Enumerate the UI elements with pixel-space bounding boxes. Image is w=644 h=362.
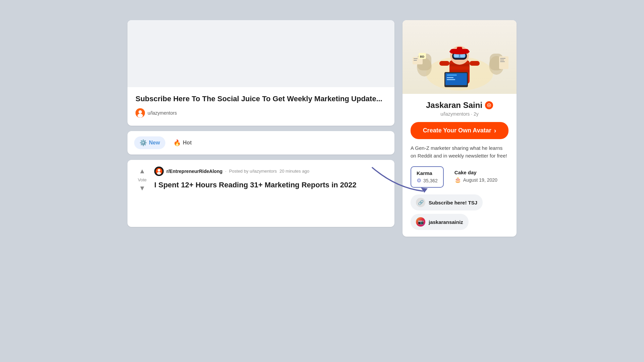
create-avatar-label: Create Your Own Avatar: [423, 127, 491, 134]
svg-point-2: [138, 114, 143, 118]
svg-rect-26: [447, 79, 455, 80]
cake-day-value: August 19, 2020: [463, 177, 497, 183]
profile-badge: [485, 101, 493, 109]
profile-banner: BD: [402, 20, 517, 94]
svg-rect-20: [439, 61, 449, 66]
svg-point-41: [488, 105, 490, 106]
svg-rect-11: [449, 70, 470, 72]
svg-rect-21: [470, 61, 480, 66]
profile-name: Jaskaran Saini: [426, 101, 482, 110]
upvote-button[interactable]: ▲: [138, 167, 147, 176]
avatar: [136, 108, 145, 118]
svg-rect-39: [500, 61, 505, 62]
featured-card: Subscribe Here To The Social Juice To Ge…: [127, 20, 394, 126]
link2-text: jaskaransainiz: [429, 219, 463, 225]
chevron-right-icon: ›: [494, 127, 496, 134]
post-time: 20 minutes ago: [279, 169, 309, 174]
featured-author: u/lazymentors: [136, 108, 386, 118]
hot-icon: 🔥: [173, 139, 181, 146]
svg-rect-38: [500, 60, 504, 60]
cake-day-label: Cake day: [454, 170, 497, 175]
author-name: u/lazymentors: [148, 110, 177, 116]
post-card: ▲ Vote ▼ r/EntrepreneurRideAlong: [127, 160, 394, 227]
svg-rect-19: [457, 47, 462, 51]
svg-point-5: [158, 169, 160, 172]
profile-card: BD Jaskaran Saini: [402, 20, 517, 237]
instagram-icon: 📷: [416, 217, 425, 227]
svg-point-6: [157, 172, 161, 175]
profile-name-row: Jaskaran Saini: [411, 101, 508, 110]
vote-section: ▲ Vote ▼: [136, 167, 149, 220]
posted-by: Posted by u/lazymentors: [229, 169, 277, 174]
cake-icon: 🎂: [454, 177, 461, 183]
post-subreddit[interactable]: r/EntrepreneurRideAlong: [166, 169, 222, 174]
svg-rect-16: [460, 54, 465, 57]
profile-username: u/lazymentors · 2y: [411, 111, 508, 117]
subreddit-avatar: [154, 167, 164, 176]
svg-rect-24: [447, 74, 457, 76]
avatar-img: [136, 108, 145, 118]
featured-image: [127, 20, 394, 87]
svg-rect-31: [414, 60, 417, 61]
svg-rect-30: [414, 58, 418, 59]
featured-content: Subscribe Here To The Social Juice To Ge…: [127, 87, 394, 126]
sort-new-label: New: [149, 140, 160, 146]
svg-rect-15: [454, 54, 459, 57]
cake-day-stat: Cake day 🎂 August 19, 2020: [454, 166, 497, 188]
post-title[interactable]: I Spent 12+ Hours Reading 31+ Marketing …: [154, 180, 386, 190]
featured-title: Subscribe Here To The Social Juice To Ge…: [136, 94, 386, 104]
create-avatar-button[interactable]: Create Your Own Avatar ›: [411, 122, 508, 139]
svg-text:BD: BD: [420, 55, 424, 58]
sort-hot-label: Hot: [183, 140, 192, 146]
sort-new-button[interactable]: ⚙️ New: [134, 136, 165, 149]
svg-rect-37: [500, 58, 505, 59]
svg-marker-7: [421, 188, 428, 193]
sort-bar: ⚙️ New 🔥 Hot: [127, 131, 394, 155]
left-column: Subscribe Here To The Social Juice To Ge…: [127, 20, 394, 227]
link-instagram[interactable]: 📷 jaskaransainiz: [411, 214, 469, 230]
sort-hot-button[interactable]: 🔥 Hot: [168, 136, 197, 149]
vote-label: Vote: [138, 177, 147, 182]
svg-point-1: [139, 110, 142, 114]
right-column: BD Jaskaran Saini: [402, 20, 517, 237]
arrow-decoration: [369, 161, 436, 202]
svg-rect-25: [447, 77, 453, 78]
post-meta: r/EntrepreneurRideAlong · Posted by u/la…: [154, 167, 386, 176]
post-info: ·: [225, 169, 226, 174]
post-content: r/EntrepreneurRideAlong · Posted by u/la…: [154, 167, 386, 220]
downvote-button[interactable]: ▼: [138, 184, 147, 193]
new-icon: ⚙️: [140, 139, 147, 146]
cake-day-value-row: 🎂 August 19, 2020: [454, 177, 497, 183]
profile-bio: A Gen-Z marketer sharing what he learns …: [411, 144, 508, 160]
